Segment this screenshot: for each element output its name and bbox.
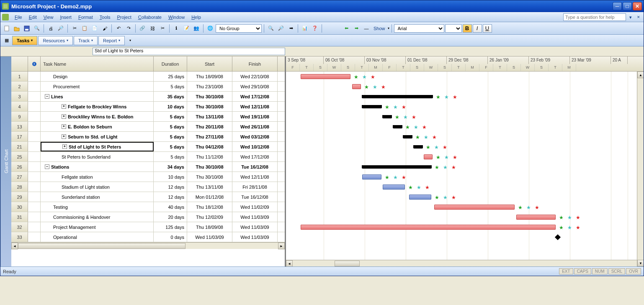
task-name-cell[interactable]: Project Management [41, 222, 154, 232]
link-icon[interactable]: 🔗 [138, 24, 147, 33]
table-row[interactable]: 31Commissioning & Handover20 daysThu 12/… [11, 212, 285, 222]
search-icon[interactable]: 🔍 [32, 24, 41, 33]
open-icon[interactable] [12, 24, 21, 33]
start-cell[interactable]: Thu 12/02/09 [187, 212, 232, 222]
start-cell[interactable]: Thu 13/11/08 [187, 112, 232, 121]
finish-cell[interactable]: Wed 17/12/08 [232, 152, 278, 161]
day-header[interactable]: S [507, 64, 521, 72]
start-cell[interactable]: Thu 30/10/08 [187, 102, 232, 111]
minimize-button[interactable]: ─ [613, 2, 622, 10]
tab-track[interactable]: Track▾ [74, 36, 98, 45]
task-name-cell[interactable]: Commissioning & Handover [41, 212, 154, 222]
zoom-out-icon[interactable]: 🔎 [276, 24, 286, 33]
duration-cell[interactable]: 20 days [154, 212, 187, 222]
menu-toggle-caret[interactable]: ▾ [628, 15, 634, 20]
publish-icon[interactable]: 🌐 [206, 24, 215, 33]
tab-resources[interactable]: Resources▾ [38, 36, 73, 45]
month-header[interactable]: 03 Nov '08 [365, 56, 406, 64]
table-row[interactable]: 4+Fellgate to Brockley Winns10 daysThu 3… [11, 102, 285, 112]
task-bar[interactable] [409, 195, 431, 200]
print-icon[interactable]: 🖨 [46, 24, 55, 33]
task-name-cell[interactable]: St Peters to Sunderland [41, 152, 154, 161]
milestone[interactable] [555, 234, 561, 240]
start-cell[interactable]: Thu 23/10/08 [187, 82, 232, 91]
start-cell[interactable]: Thu 20/11/08 [187, 122, 232, 131]
menu-item-view[interactable]: View [40, 13, 57, 21]
indent-icon[interactable]: ➡ [352, 24, 361, 33]
split-icon[interactable]: ✂ [158, 24, 167, 33]
save-icon[interactable] [22, 24, 31, 33]
views-icon[interactable]: ▦ [2, 36, 11, 45]
table-row[interactable]: 2Procurement5 daysThu 23/10/08Wed 29/10/… [11, 82, 285, 92]
row-number[interactable]: 29 [11, 192, 28, 202]
table-row[interactable]: 27Fellgate station10 daysThu 30/10/08Wed… [11, 172, 285, 182]
copy-icon[interactable]: 📋 [80, 24, 89, 33]
task-bar[interactable] [383, 185, 405, 190]
day-header[interactable]: S [314, 64, 327, 72]
grid-scrollbar-h[interactable]: ◄ ► [11, 242, 285, 249]
summary-bar[interactable] [383, 115, 392, 118]
task-name-cell[interactable]: Design [41, 72, 154, 81]
row-number[interactable]: 17 [11, 132, 28, 141]
row-number[interactable]: 1 [11, 72, 28, 81]
row-number[interactable]: 25 [11, 152, 28, 161]
undo-icon[interactable]: ↶ [114, 24, 123, 33]
unlink-icon[interactable]: ⛓ [148, 24, 157, 33]
outline-toggle[interactable]: + [62, 114, 66, 119]
row-number[interactable]: 21 [11, 142, 28, 151]
notes-icon[interactable]: 📝 [182, 24, 191, 33]
task-name-cell[interactable]: Operational [41, 232, 154, 242]
font-size-select[interactable]: 8 [445, 24, 462, 33]
task-bar[interactable] [301, 74, 350, 79]
table-row[interactable]: 26−Stations34 daysThu 30/10/08Tue 16/12/… [11, 162, 285, 172]
day-header[interactable]: S [438, 64, 452, 72]
help-icon[interactable]: ❓ [310, 24, 319, 33]
info-icon[interactable]: ℹ [172, 24, 181, 33]
col-start[interactable]: Start [187, 56, 232, 71]
summary-bar[interactable] [362, 105, 381, 108]
day-header[interactable]: T [355, 64, 369, 72]
finish-cell[interactable]: Wed 12/11/08 [232, 172, 278, 182]
task-name-cell[interactable]: +Seburn to Std. of Light [41, 132, 154, 141]
start-cell[interactable]: Thu 30/10/08 [187, 162, 232, 172]
day-header[interactable]: S [535, 64, 549, 72]
finish-cell[interactable]: Wed 11/03/09 [232, 222, 278, 232]
duration-cell[interactable]: 10 days [154, 102, 187, 111]
row-number[interactable]: 3 [11, 92, 28, 101]
menu-item-tools[interactable]: Tools [96, 13, 114, 21]
month-header[interactable]: 23 Feb '09 [529, 56, 570, 64]
tab-report[interactable]: Report▾ [98, 36, 125, 45]
menu-item-help[interactable]: Help [188, 13, 204, 21]
start-cell[interactable]: Wed 11/03/09 [187, 232, 232, 242]
start-cell[interactable]: Thu 04/12/08 [187, 142, 232, 151]
duration-cell[interactable]: 35 days [154, 92, 187, 101]
menu-item-window[interactable]: Window [165, 13, 188, 21]
table-row[interactable]: 3−Lines35 daysThu 30/10/08Wed 17/12/08 [11, 92, 285, 102]
duration-cell[interactable]: 34 days [154, 162, 187, 172]
scroll-thumb[interactable] [18, 243, 185, 249]
day-header[interactable]: F [479, 64, 493, 72]
goto-task-icon[interactable]: ➡ [286, 24, 296, 33]
start-cell[interactable]: Thu 18/09/08 [187, 222, 232, 232]
duration-cell[interactable]: 5 days [154, 122, 187, 131]
duration-cell[interactable]: 5 days [154, 152, 187, 161]
start-cell[interactable]: Mon 01/12/08 [187, 192, 232, 202]
day-header[interactable]: W [327, 64, 341, 72]
start-cell[interactable]: Thu 30/10/08 [187, 92, 232, 101]
row-number[interactable]: 13 [11, 122, 28, 131]
day-header[interactable]: S [341, 64, 355, 72]
col-row-num[interactable] [11, 56, 28, 71]
scroll-left-button[interactable]: ◄ [11, 243, 18, 249]
summary-bar[interactable] [403, 135, 412, 138]
format-painter-icon[interactable]: 🖌 [100, 24, 109, 33]
finish-cell[interactable]: Wed 11/03/09 [232, 232, 278, 242]
start-cell[interactable]: Thu 30/10/08 [187, 172, 232, 182]
menu-item-edit[interactable]: Edit [26, 13, 40, 21]
view-side-label[interactable]: Gantt Chart [0, 56, 11, 267]
table-row[interactable]: 32Project Management125 daysThu 18/09/08… [11, 222, 285, 232]
finish-cell[interactable]: Fri 28/11/08 [232, 182, 278, 192]
month-header[interactable]: 01 Dec '08 [406, 56, 447, 64]
cell-editor[interactable]: Std of Light to St Peters [93, 48, 285, 55]
outline-toggle[interactable]: − [45, 94, 49, 99]
menu-help-close[interactable]: ✕ [635, 15, 642, 19]
